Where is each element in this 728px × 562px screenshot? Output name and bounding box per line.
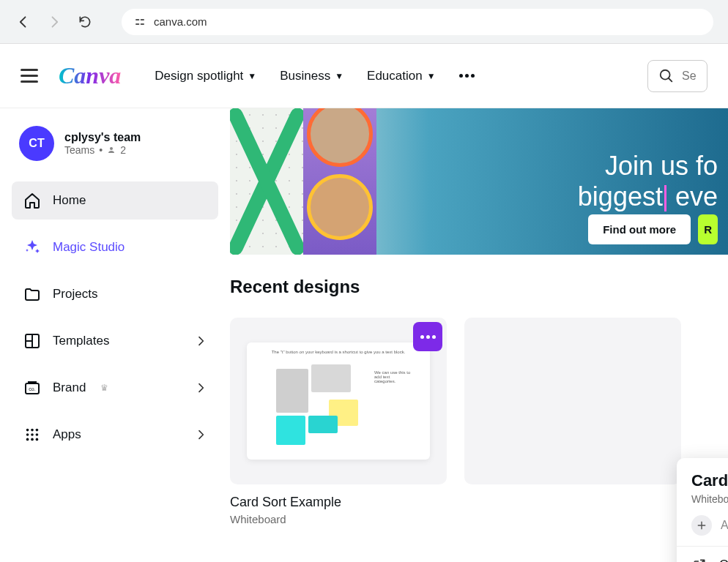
menu-open-new-tab[interactable]: Open in a new tab [677,547,728,562]
team-selector[interactable]: CT cplysy's team Teams • 2 [12,121,218,174]
design-subtitle: Whiteboard [230,513,447,525]
sidebar-item-label: Apps [53,427,81,442]
url-text: canva.com [154,15,207,28]
design-thumbnail[interactable]: The "t" button on your keyboard is a sho… [230,318,447,484]
whiteboard-preview: The "t" button on your keyboard is a sho… [247,342,430,460]
svg-point-17 [36,438,39,441]
menu-item-label: Open in a new tab [719,558,728,562]
recent-designs-heading: Recent designs [230,255,728,297]
design-more-button[interactable] [413,322,442,351]
add-tag-button[interactable] [691,515,712,536]
sidebar-item-brand[interactable]: co. Brand ♛ [12,369,218,407]
content-area: Join us fo biggest eve Find out more R R… [230,108,728,562]
banner-faces [303,108,376,255]
site-settings-icon[interactable] [133,15,146,29]
reload-button[interactable] [76,13,94,31]
search-box[interactable] [647,60,707,92]
sidebar-item-label: Templates [53,334,109,348]
browser-chrome: canva.com [0,0,728,44]
chevron-down-icon: ▼ [335,71,343,81]
brand-icon: co. [23,379,41,397]
design-card[interactable]: The "t" button on your keyboard is a sho… [230,318,447,525]
nav-business[interactable]: Business ▼ [280,69,343,83]
team-avatar: CT [19,126,54,161]
team-sub: Teams • 2 [64,144,141,156]
context-menu-title: Card Sort Example [691,471,728,490]
svg-point-10 [31,429,34,432]
nav-design-spotlight[interactable]: Design spotlight ▼ [155,69,256,83]
search-icon [658,68,675,84]
svg-rect-2 [135,23,139,25]
svg-point-9 [26,429,29,432]
apps-grid-icon [23,426,41,443]
menu-hamburger-button[interactable] [21,67,38,85]
chevron-right-icon [195,335,207,347]
folder-icon [23,285,41,303]
chevron-right-icon [195,429,207,441]
design-title: Card Sort Example [230,495,447,510]
sidebar-item-label: Home [53,193,86,208]
team-name: cplysy's team [64,131,141,144]
chevron-right-icon [195,382,207,394]
top-nav: Design spotlight ▼ Business ▼ Education … [155,69,474,83]
back-button[interactable] [15,13,32,31]
svg-point-16 [31,438,34,441]
find-out-more-button[interactable]: Find out more [588,214,691,244]
design-context-menu: Card Sort Example Whiteboard • By cplysy… [677,458,728,562]
templates-icon [23,332,41,350]
nav-education[interactable]: Education ▼ [367,69,436,83]
banner-secondary-button[interactable]: R [698,214,718,244]
add-tags-label: Add tags [721,519,728,532]
svg-point-15 [26,438,29,441]
banner-headline: Join us fo biggest eve [578,151,718,212]
forward-button[interactable] [45,13,63,31]
sidebar: CT cplysy's team Teams • 2 Home [0,108,230,562]
promo-banner: Join us fo biggest eve Find out more R [230,108,728,255]
sparkle-icon [23,239,41,256]
svg-rect-3 [141,23,144,25]
context-menu-subtitle: Whiteboard • By cplysy • Edited 1 hour a… [691,493,728,505]
sidebar-item-label: Projects [53,287,97,301]
svg-point-14 [36,433,39,436]
sidebar-item-magic-studio[interactable]: Magic Studio [12,228,218,266]
svg-point-12 [26,433,29,436]
sidebar-item-label: Brand [53,381,86,395]
sidebar-item-templates[interactable]: Templates [12,322,218,360]
people-icon [107,146,116,154]
chevron-down-icon: ▼ [248,71,256,81]
designs-row: The "t" button on your keyboard is a sho… [230,297,728,525]
design-thumbnail[interactable] [464,318,681,484]
nav-label: Business [280,69,330,83]
address-bar[interactable]: canva.com [122,9,713,35]
svg-rect-0 [135,19,139,20]
sidebar-item-label: Magic Studio [53,240,125,255]
text-cursor-icon [664,185,666,211]
nav-label: Education [367,69,423,83]
design-card[interactable] [464,318,681,525]
chevron-down-icon: ▼ [427,71,436,81]
svg-rect-1 [141,19,144,20]
svg-text:co.: co. [29,386,35,391]
search-input[interactable] [682,70,697,83]
home-icon [23,192,41,209]
nav-label: Design spotlight [155,69,243,83]
sidebar-item-apps[interactable]: Apps [12,416,218,454]
canva-logo[interactable]: Canva [59,62,121,89]
svg-point-13 [31,433,34,436]
svg-point-5 [110,147,113,150]
svg-point-11 [36,429,39,432]
sidebar-item-home[interactable]: Home [12,181,218,220]
app-header: Canva Design spotlight ▼ Business ▼ Educ… [0,44,728,108]
crown-icon: ♛ [100,383,108,393]
open-external-icon [691,557,707,562]
nav-more-button[interactable] [459,69,475,83]
tags-row: Add tags [677,515,728,546]
sidebar-item-projects[interactable]: Projects [12,275,218,313]
